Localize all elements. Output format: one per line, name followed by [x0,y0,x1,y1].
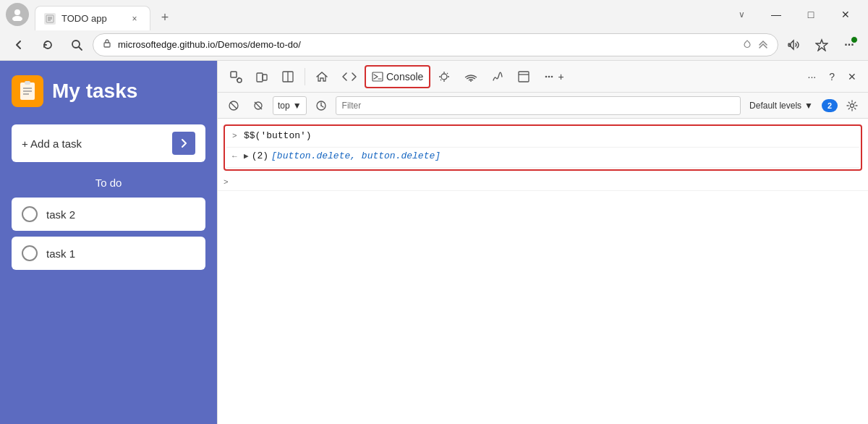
svg-point-0 [14,9,20,15]
tab-label: TODO app [61,13,122,24]
levels-dropdown-icon: ▼ [804,101,813,111]
clear-console-button[interactable] [224,96,244,115]
svg-point-35 [548,75,550,77]
context-label: top [278,101,290,111]
back-button[interactable] [6,32,32,58]
svg-rect-15 [231,72,237,77]
home-button[interactable] [310,65,334,88]
more-options-button[interactable]: ··· [836,32,862,58]
active-tab[interactable]: TODO app × [35,6,150,30]
svg-rect-18 [257,73,263,82]
svg-point-36 [551,75,553,77]
tab-favicon [44,13,56,25]
address-bar-icons [741,39,769,51]
console-tab-label: Console [386,71,423,82]
tab-strip: TODO app × + [35,0,722,29]
task-circle-icon [22,206,38,222]
panel-layout-button[interactable] [276,65,300,88]
update-badge [851,36,858,43]
read-aloud-button[interactable] [781,32,807,58]
profile-icon[interactable] [6,3,29,26]
message-count-badge: 2 [822,99,838,112]
context-selector[interactable]: top ▼ [273,96,307,115]
svg-line-43 [321,106,323,107]
main-content: My tasks + Add a task To do task 2 task … [0,61,868,424]
console-filter-input[interactable] [336,96,741,115]
more-devtools-button[interactable]: ··· [802,65,822,88]
svg-rect-8 [104,43,110,47]
address-bar[interactable]: microsoftedge.github.io/Demos/demo-to-do… [93,33,778,56]
performance-button[interactable] [485,65,510,88]
svg-point-34 [545,75,548,77]
search-button[interactable] [64,32,90,58]
todo-header: My tasks [12,75,205,107]
console-input-text: $$('button') [244,130,854,141]
todo-panel: My tasks + Add a task To do task 2 task … [0,61,217,424]
todo-section-label: To do [12,177,205,189]
add-task-arrow-icon[interactable] [172,132,195,155]
expand-arrow-icon[interactable]: ▶ [244,151,249,161]
svg-rect-11 [25,81,30,85]
inspect-element-button[interactable] [224,65,248,88]
console-output: > $$('button') ← ▶ (2) [button.delete, b… [218,119,868,424]
help-button[interactable]: ? [823,65,841,88]
svg-marker-9 [816,40,827,51]
devtools-end-icons: ··· ? ✕ [802,65,862,88]
task-label-2: task 1 [46,247,75,260]
debugger-button[interactable] [432,65,456,88]
svg-line-29 [447,73,448,74]
svg-rect-19 [263,75,267,80]
favorites-button[interactable] [809,32,835,58]
svg-point-24 [441,74,447,80]
close-devtools-button[interactable]: ✕ [842,65,862,88]
console-tab-button[interactable]: Console [365,65,430,88]
show-timestamps-button[interactable] [311,96,331,115]
sources-button[interactable] [336,65,363,88]
svg-point-44 [851,103,854,107]
network-button[interactable] [458,65,484,88]
hide-network-button[interactable] [248,96,268,115]
next-prompt-icon: > [224,178,235,187]
tab-close-button[interactable]: × [128,12,141,25]
console-input-entry: > $$('button') [226,127,859,148]
svg-point-1 [12,16,22,21]
console-result-text: ▶ (2) [button.delete, button.delete] [244,150,854,161]
application-button[interactable] [511,65,536,88]
devtools-collapse-icon[interactable]: ∨ [725,3,758,26]
output-return-icon: ← [232,152,244,161]
address-text: microsoftedge.github.io/Demos/demo-to-do… [118,39,736,50]
devtools-toolbar: Console + [218,61,868,93]
minimize-button[interactable]: — [760,3,793,26]
console-next-prompt[interactable]: > [218,174,868,191]
levels-label: Default levels [749,101,801,111]
nav-bar: microsoftedge.github.io/Demos/demo-to-do… [0,29,868,61]
browser-window: TODO app × + ∨ — □ ✕ microsoftedge.git [0,0,868,424]
close-button[interactable]: ✕ [829,3,862,26]
svg-line-7 [79,47,82,50]
task-item-2[interactable]: task 1 [12,237,205,270]
maximize-button[interactable]: □ [794,3,827,26]
context-dropdown-icon: ▼ [293,101,302,111]
add-task-row[interactable]: + Add a task [12,124,205,162]
todo-app-icon [12,75,43,107]
svg-line-38 [231,103,237,109]
lock-icon [102,38,112,51]
default-levels-dropdown[interactable]: Default levels ▼ [745,96,817,115]
console-cursor[interactable] [235,177,241,187]
console-output-entry: ← ▶ (2) [button.delete, button.delete] [226,148,859,168]
result-count: (2) [252,150,268,161]
svg-rect-32 [519,72,529,82]
input-prompt-icon: > [232,132,244,140]
console-settings-button[interactable] [842,96,862,115]
new-tab-button[interactable]: + [153,6,176,29]
devtools-panel: Console + [217,61,868,424]
console-toolbar: top ▼ Default levels ▼ 2 [218,93,868,119]
result-value: [button.delete, button.delete] [271,150,441,161]
title-bar: TODO app × + ∨ — □ ✕ [0,0,868,29]
device-emulation-button[interactable] [250,65,274,88]
refresh-button[interactable] [35,32,61,58]
task-item-1[interactable]: task 2 [12,198,205,231]
more-tools-button[interactable]: + [537,65,569,88]
todo-title: My tasks [52,80,137,103]
nav-end-icons: ··· [781,32,862,58]
